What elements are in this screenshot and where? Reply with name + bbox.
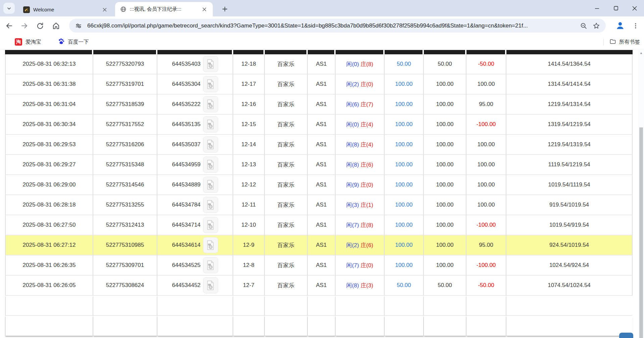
video-replay-button[interactable]	[203, 217, 218, 233]
cell-valid-amount: 100.00	[424, 215, 466, 235]
video-replay-button[interactable]	[203, 136, 218, 153]
video-replay-button[interactable]	[203, 257, 218, 273]
cell-empty	[308, 316, 336, 336]
welcome-favicon-icon	[23, 6, 30, 13]
three-dots-icon	[632, 22, 639, 29]
cell-empty	[336, 296, 385, 316]
cell-bet-time: 2025-08-31 06:29:00	[5, 175, 93, 195]
cell-valid-amount: 100.00	[424, 95, 466, 115]
cell-empty	[157, 296, 233, 316]
cell-bet-amount[interactable]: 100.00	[385, 95, 424, 115]
tab-betrecord[interactable]: :::视讯, 会员下注纪录:::	[115, 2, 213, 16]
cell-order-no: 522775318539	[93, 95, 157, 115]
cell-bet-amount[interactable]: 50.00	[385, 54, 424, 74]
site-settings-icon[interactable]	[74, 21, 83, 31]
cell-order-no: 522775308624	[93, 276, 157, 296]
cell-bet-amount[interactable]: 100.00	[385, 195, 424, 215]
table-row[interactable]: 2025-08-31 06:31:04522775318539644535222…	[5, 95, 633, 115]
cell-order-no: 522775312413	[93, 215, 157, 235]
cell-bet-amount[interactable]: 100.00	[385, 155, 424, 175]
home-button[interactable]	[51, 21, 61, 31]
cell-bet-amount[interactable]: 100.00	[385, 215, 424, 235]
cell-order-no: 522775314546	[93, 175, 157, 195]
total-amount: 1100.00	[385, 316, 424, 336]
taobao-icon: 淘	[15, 38, 22, 46]
video-replay-button[interactable]	[203, 177, 218, 193]
video-replay-button[interactable]	[203, 116, 218, 132]
table-row[interactable]: 2025-08-31 06:29:27522775315348644534959…	[5, 155, 633, 175]
table-row[interactable]: 2025-08-31 06:29:53522775316206644535037…	[5, 135, 633, 155]
cell-valid-amount: 100.00	[424, 195, 466, 215]
cell-table-name: AS1	[308, 276, 336, 296]
table-row[interactable]: 2025-08-31 06:26:35522775309701644534525…	[5, 256, 633, 276]
table-row[interactable]: 2025-08-31 06:30:34522775317552644535135…	[5, 115, 633, 135]
table-row[interactable]: 2025-08-31 06:32:13522775320793644535403…	[5, 54, 633, 74]
tab-welcome[interactable]: Welcome	[18, 3, 113, 16]
bookmark-aitaobao[interactable]: 淘 爱淘宝	[15, 38, 41, 46]
vertical-scrollbar[interactable]: ▲	[638, 49, 644, 338]
table-row[interactable]: 2025-08-31 06:27:50522775312413644534714…	[5, 215, 633, 235]
video-replay-button[interactable]	[203, 277, 218, 293]
cell-bet-amount[interactable]: 100.00	[385, 135, 424, 155]
browser-window: Welcome :::视讯, 会员下注纪录:::	[0, 0, 644, 338]
table-row[interactable]: 2025-08-31 06:31:38522775319701644535304…	[5, 74, 633, 95]
cell-table-name: AS1	[308, 215, 336, 235]
browser-toolbar: 66cxkj98.com/ipl/portal.php/game/betreco…	[0, 16, 644, 35]
tab-close-icon[interactable]	[201, 6, 208, 13]
browser-menu-button[interactable]	[631, 21, 641, 31]
video-replay-button[interactable]	[203, 76, 218, 92]
video-replay-button[interactable]	[203, 56, 218, 72]
cell-round: 12-11	[233, 195, 265, 215]
cell-bet-amount[interactable]: 50.00	[385, 276, 424, 296]
new-tab-button[interactable]	[220, 4, 230, 14]
table-row[interactable]: 2025-08-31 06:29:00522775314546644534889…	[5, 175, 633, 195]
video-replay-button[interactable]	[203, 197, 218, 213]
zoom-out-icon[interactable]	[579, 21, 588, 31]
table-header-cell	[506, 50, 633, 54]
video-replay-button[interactable]	[203, 157, 218, 173]
back-button[interactable]	[4, 21, 14, 31]
cell-bet-amount[interactable]: 100.00	[385, 235, 424, 256]
minimize-button[interactable]	[588, 2, 606, 15]
subtotal-result: 290.00	[466, 296, 506, 316]
cell-order-no: 522775319701	[93, 74, 157, 95]
url-text[interactable]: 66cxkj98.com/ipl/portal.php/game/betreco…	[87, 22, 579, 29]
chevron-down-icon	[6, 6, 12, 11]
cell-bet-amount[interactable]: 100.00	[385, 256, 424, 276]
scroll-up-arrow-icon[interactable]: ▲	[639, 51, 643, 55]
tab-close-icon[interactable]	[101, 6, 108, 13]
cell-table-name: AS1	[308, 235, 336, 256]
cell-table-name: AS1	[308, 74, 336, 95]
forward-arrow-icon	[20, 22, 29, 30]
tab-search-button[interactable]	[3, 3, 15, 14]
table-row[interactable]: 2025-08-31 06:26:05522775308624644534452…	[5, 276, 633, 296]
cell-empty	[506, 316, 633, 336]
cell-winloss: 100.00	[466, 74, 506, 95]
cell-bet-amount[interactable]: 100.00	[385, 74, 424, 95]
video-replay-button[interactable]	[203, 237, 218, 253]
profile-avatar[interactable]	[615, 20, 625, 31]
scrollbar-thumb[interactable]	[639, 127, 643, 338]
maximize-button[interactable]	[606, 2, 625, 15]
video-replay-button[interactable]	[203, 96, 218, 112]
cell-bet-amount[interactable]: 100.00	[385, 175, 424, 195]
bookmark-star-icon[interactable]	[592, 21, 601, 31]
url-bar[interactable]: 66cxkj98.com/ipl/portal.php/game/betreco…	[69, 19, 606, 33]
table-row[interactable]: 2025-08-31 06:27:12522775310985644534614…	[5, 235, 633, 256]
close-window-button[interactable]	[625, 2, 644, 15]
cell-bet-time: 2025-08-31 06:30:34	[5, 115, 93, 135]
cell-bet-amount[interactable]: 100.00	[385, 115, 424, 135]
tab-title: Welcome	[33, 7, 101, 12]
forward-button[interactable]	[19, 21, 30, 31]
cell-round: 12-8	[233, 256, 265, 276]
cell-game-no: 644534525	[157, 256, 233, 276]
back-to-top-button[interactable]	[619, 333, 633, 338]
bookmark-baidu[interactable]: 百度一下	[57, 38, 89, 46]
cell-bet-time: 2025-08-31 06:29:27	[5, 155, 93, 175]
reload-button[interactable]	[35, 21, 45, 31]
table-row[interactable]: 2025-08-31 06:28:18522775313255644534784…	[5, 195, 633, 215]
all-bookmarks-button[interactable]: 所有书签	[603, 35, 640, 49]
bookmark-label: 百度一下	[68, 39, 89, 46]
home-icon	[52, 22, 60, 30]
cell-balance: 1074.54/1024.54	[506, 276, 633, 296]
